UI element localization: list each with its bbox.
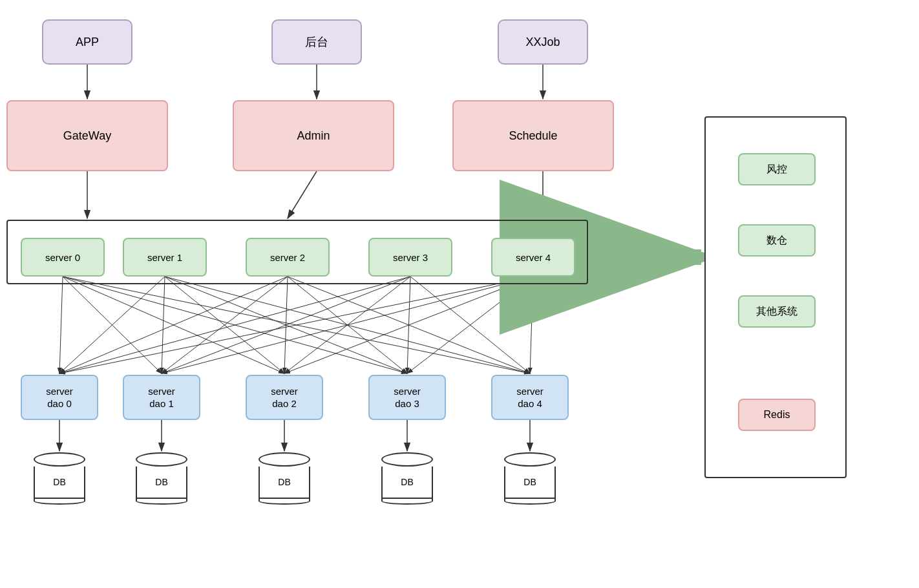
shucang-box: 数仓 (738, 224, 816, 257)
server-0: server 0 (21, 238, 105, 277)
db-3-label: DB (401, 477, 413, 487)
shucang-label: 数仓 (766, 234, 787, 247)
right-panel: 风控 数仓 其他系统 Redis (704, 116, 847, 478)
svg-line-30 (284, 277, 533, 373)
svg-line-9 (63, 277, 162, 373)
schedule-label: Schedule (509, 129, 557, 143)
dao-0: serverdao 0 (21, 375, 98, 420)
svg-line-21 (288, 277, 407, 373)
svg-line-23 (59, 277, 410, 373)
svg-line-27 (410, 277, 530, 373)
xxjob-label: XXJob (525, 36, 560, 49)
svg-line-15 (165, 277, 284, 373)
server-1: server 1 (123, 238, 207, 277)
db-3: DB (381, 452, 433, 505)
db-2: DB (259, 452, 310, 505)
svg-line-29 (162, 277, 533, 373)
svg-line-18 (59, 277, 288, 373)
svg-line-20 (284, 277, 288, 373)
svg-line-19 (162, 277, 288, 373)
svg-line-13 (59, 277, 165, 373)
svg-line-16 (165, 277, 407, 373)
db-1-top (136, 452, 187, 467)
svg-line-24 (162, 277, 410, 373)
svg-line-8 (59, 277, 63, 373)
admin-client-label: 后台 (305, 34, 328, 50)
db-0-body: DB (34, 467, 85, 499)
other-systems-box: 其他系统 (738, 295, 816, 328)
redis-label: Redis (764, 409, 790, 421)
db-4-body: DB (504, 467, 556, 499)
db-1: DB (136, 452, 187, 505)
app-client: APP (42, 19, 132, 65)
svg-line-28 (59, 277, 533, 373)
svg-line-14 (162, 277, 165, 373)
db-4-top (504, 452, 556, 467)
svg-line-26 (407, 277, 410, 373)
xxjob-client: XXJob (498, 19, 588, 65)
db-0-top (34, 452, 85, 467)
dao-3: serverdao 3 (368, 375, 446, 420)
svg-line-31 (407, 277, 533, 373)
admin-client-box: 后台 (271, 19, 362, 65)
admin-label: Admin (297, 129, 330, 143)
other-systems-label: 其他系统 (756, 305, 798, 319)
admin-service: Admin (233, 100, 394, 171)
server-3: server 3 (368, 238, 452, 277)
redis-box: Redis (738, 399, 816, 431)
db-2-label: DB (278, 477, 290, 487)
schedule-service: Schedule (452, 100, 614, 171)
db-1-label: DB (155, 477, 167, 487)
db-4-label: DB (523, 477, 536, 487)
svg-line-17 (165, 277, 530, 373)
db-1-body: DB (136, 467, 187, 499)
dao-4: serverdao 4 (491, 375, 569, 420)
db-4: DB (504, 452, 556, 505)
svg-line-11 (63, 277, 407, 373)
diagram: APP 后台 XXJob GateWay Admin Schedule serv… (0, 0, 919, 588)
gateway-service: GateWay (6, 100, 168, 171)
db-3-top (381, 452, 433, 467)
server-2: server 2 (246, 238, 330, 277)
gateway-label: GateWay (63, 129, 111, 143)
db-2-top (259, 452, 310, 467)
svg-line-25 (284, 277, 410, 373)
svg-line-32 (530, 277, 533, 373)
svg-line-10 (63, 277, 284, 373)
fengkong-box: 风控 (738, 153, 816, 185)
app-label: APP (76, 36, 99, 49)
db-0: DB (34, 452, 85, 505)
fengkong-label: 风控 (766, 163, 787, 176)
db-3-body: DB (381, 467, 433, 499)
dao-2: serverdao 2 (246, 375, 323, 420)
svg-line-22 (288, 277, 530, 373)
server-4: server 4 (491, 238, 575, 277)
svg-line-12 (63, 277, 530, 373)
db-2-body: DB (259, 467, 310, 499)
dao-1: serverdao 1 (123, 375, 200, 420)
svg-line-6 (288, 171, 317, 218)
db-0-label: DB (53, 477, 65, 487)
